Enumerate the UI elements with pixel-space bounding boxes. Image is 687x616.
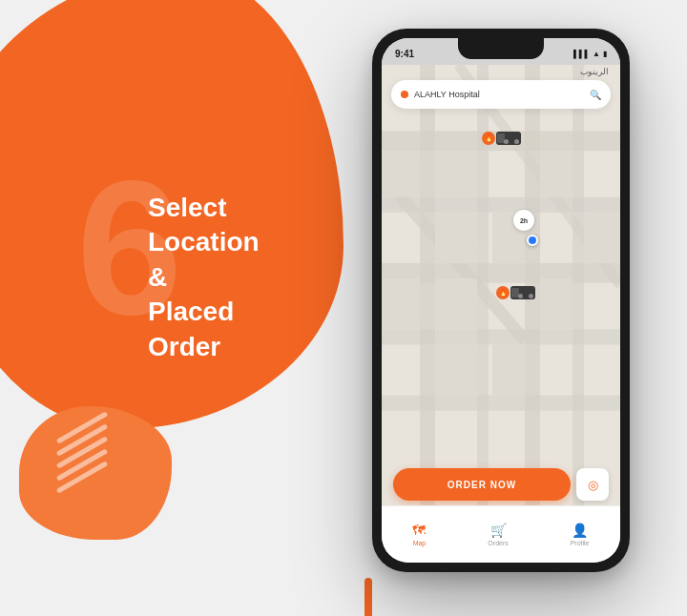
step-line5: Order: [148, 330, 260, 364]
svg-rect-14: [435, 213, 477, 263]
battery-icon: ▮: [603, 50, 607, 58]
truck-flame-2: 🔥: [496, 286, 510, 299]
nav-item-map[interactable]: 🗺 Map: [412, 523, 426, 546]
search-input[interactable]: ALAHLY Hospital: [414, 90, 590, 99]
crosshair-icon: ◎: [588, 478, 598, 492]
my-location-button[interactable]: ◎: [576, 468, 609, 501]
svg-rect-8: [525, 65, 540, 505]
order-now-button[interactable]: ORDER NOW: [393, 468, 571, 501]
step-line1: Select: [148, 191, 260, 225]
svg-rect-5: [382, 396, 620, 411]
profile-nav-label: Profile: [571, 540, 590, 546]
order-button-area: ORDER NOW ◎: [393, 468, 609, 501]
truck-marker-2: 🔥: [496, 286, 535, 299]
arabic-label: الرينوب: [580, 67, 609, 76]
svg-rect-17: [492, 344, 525, 395]
step-line4: Placed: [148, 295, 260, 329]
svg-rect-18: [435, 344, 477, 395]
status-time: 9:41: [395, 49, 414, 59]
phone-mockup: 9:41 ▌▌▌ ▲ ▮ الرينوب ALAHLY Hospital 🔍: [372, 29, 630, 572]
step-line2: Location: [148, 225, 260, 259]
orders-nav-label: Orders: [488, 540, 508, 546]
truck-body-2: [510, 286, 535, 299]
wifi-icon: ▲: [593, 50, 600, 58]
step-text: Select Location & Placed Order: [148, 191, 260, 364]
nav-item-profile[interactable]: 👤 Profile: [571, 523, 590, 546]
user-location-pin: [527, 235, 538, 246]
bottom-accent: [364, 578, 372, 616]
svg-rect-21: [382, 278, 420, 329]
search-icon[interactable]: 🔍: [590, 90, 601, 100]
nav-item-orders[interactable]: 🛒 Orders: [488, 523, 508, 546]
truck-flame-1: 🔥: [482, 132, 495, 145]
timer-value: 2h: [520, 217, 528, 224]
truck-marker-1: 🔥: [482, 132, 521, 145]
location-dot-icon: [401, 91, 408, 98]
phone-frame: 9:41 ▌▌▌ ▲ ▮ الرينوب ALAHLY Hospital 🔍: [372, 29, 630, 572]
phone-screen: 9:41 ▌▌▌ ▲ ▮ الرينوب ALAHLY Hospital 🔍: [382, 38, 620, 563]
step-line3: &: [148, 260, 260, 295]
svg-rect-16: [540, 278, 572, 329]
svg-rect-20: [382, 151, 420, 197]
truck-body-1: [496, 132, 521, 145]
svg-rect-15: [540, 151, 572, 197]
map-nav-icon: 🗺: [412, 523, 426, 538]
signal-icon: ▌▌▌: [573, 50, 590, 58]
status-icons: ▌▌▌ ▲ ▮: [573, 50, 607, 58]
map-nav-label: Map: [413, 540, 427, 546]
timer-badge: 2h: [513, 210, 534, 231]
search-bar[interactable]: ALAHLY Hospital 🔍: [391, 80, 611, 109]
bottom-navigation: 🗺 Map 🛒 Orders 👤 Profile: [382, 505, 620, 563]
orders-nav-icon: 🛒: [490, 523, 507, 538]
profile-nav-icon: 👤: [572, 523, 588, 538]
svg-rect-6: [420, 65, 435, 505]
map-area[interactable]: 🔥 2h 🔥: [382, 65, 620, 505]
phone-notch: [458, 38, 544, 59]
svg-rect-22: [584, 213, 620, 263]
svg-rect-12: [435, 151, 477, 197]
lines-decoration: [57, 440, 114, 502]
svg-rect-19: [435, 278, 477, 329]
svg-rect-9: [572, 65, 584, 505]
svg-rect-4: [382, 329, 620, 344]
